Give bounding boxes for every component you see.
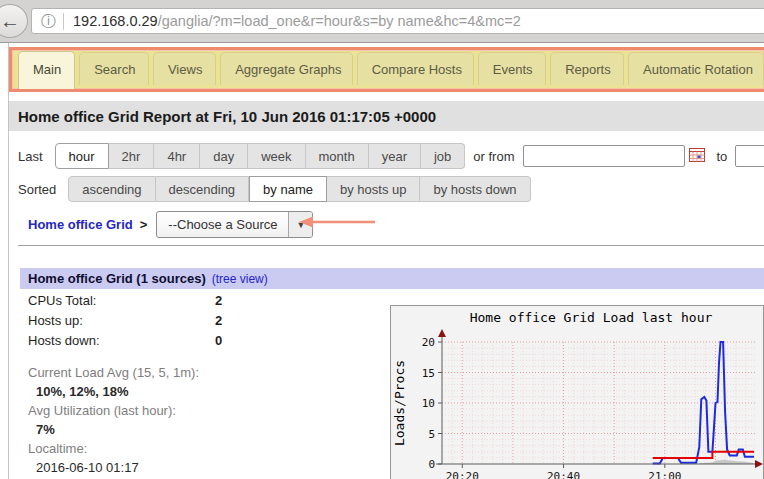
stat-row-hosts-down: Hosts down: 0	[28, 330, 368, 350]
tab-main[interactable]: Main	[18, 51, 75, 89]
stat-label: CPUs Total:	[28, 293, 215, 308]
main-tab-bar: Main Search Views Aggregate Graphs Compa…	[12, 50, 764, 89]
svg-text:15: 15	[422, 367, 435, 380]
grid-breadcrumb-link[interactable]: Home office Grid	[28, 217, 133, 232]
metric-value-avg-utilization: 7%	[28, 420, 368, 439]
pointer-arrow-annotation	[297, 214, 377, 230]
section-divider	[18, 245, 764, 246]
breadcrumb-separator: >	[140, 217, 148, 232]
tab-reports[interactable]: Reports	[550, 52, 624, 85]
metric-label-load-avg: Current Load Avg (15, 5, 1m):	[28, 363, 368, 382]
range-button-job[interactable]: job	[421, 143, 465, 169]
url-host: 192.168.0.29	[73, 13, 158, 29]
or-from-label: or from	[473, 149, 514, 164]
browser-chrome: ← ⓘ 192.168.0.29/ganglia/?m=load_one&r=h…	[0, 0, 764, 43]
stat-value: 2	[215, 293, 222, 308]
svg-text:Loads/Procs: Loads/Procs	[392, 360, 407, 446]
sort-button-group: ascending descending by name by hosts up…	[68, 176, 530, 202]
grid-heading: Home office Grid (1 sources)	[28, 271, 206, 286]
svg-text:20:20: 20:20	[446, 470, 479, 479]
page-title: Home office Grid Report at Fri, 10 Jun 2…	[18, 108, 436, 125]
time-range-button-group: hour 2hr 4hr day week month year job	[55, 143, 466, 169]
tab-search[interactable]: Search	[79, 52, 149, 85]
calendar-icon[interactable]	[689, 147, 705, 166]
grid-metrics: Current Load Avg (15, 5, 1m): 10%, 12%, …	[28, 363, 368, 477]
range-button-2hr[interactable]: 2hr	[109, 143, 155, 169]
stat-label: Hosts up:	[28, 313, 215, 328]
grid-stats-panel: CPUs Total: 2 Hosts up: 2 Hosts down: 0 …	[28, 290, 368, 477]
back-arrow-icon: ←	[0, 10, 20, 33]
grid-load-chart: 0510152020:2020:4021:00Home office Grid …	[391, 306, 763, 479]
url-separator	[63, 13, 64, 30]
svg-text:Home office Grid Load last hou: Home office Grid Load last hour	[470, 310, 713, 325]
range-button-day[interactable]: day	[200, 143, 248, 169]
svg-text:10: 10	[422, 397, 435, 410]
tree-view-link[interactable]: (tree view)	[212, 272, 268, 286]
url-path: /ganglia/?m=load_one&r=hour&s=by name&hc…	[158, 13, 521, 29]
last-label: Last	[18, 149, 43, 164]
range-button-hour[interactable]: hour	[55, 143, 109, 169]
svg-text:20: 20	[422, 336, 435, 349]
range-button-year[interactable]: year	[369, 143, 421, 169]
sort-button-ascending[interactable]: ascending	[68, 176, 155, 202]
tab-automatic-rotation[interactable]: Automatic Rotation	[628, 52, 764, 85]
stat-value: 2	[215, 313, 222, 328]
sort-button-by-hosts-down[interactable]: by hosts down	[420, 176, 530, 202]
back-button[interactable]: ←	[0, 4, 28, 38]
svg-text:21:00: 21:00	[648, 470, 681, 479]
metric-label-avg-utilization: Avg Utilization (last hour):	[28, 401, 368, 420]
to-date-input[interactable]	[735, 145, 764, 167]
source-select-dropdown[interactable]: --Choose a Source ▼	[156, 211, 313, 238]
range-button-4hr[interactable]: 4hr	[154, 143, 200, 169]
stat-row-hosts-up: Hosts up: 2	[28, 310, 368, 330]
grid-load-chart-panel: 0510152020:2020:4021:00Home office Grid …	[390, 305, 764, 479]
source-nav-row: Home office Grid > --Choose a Source ▼	[28, 211, 313, 238]
sorted-label: Sorted	[18, 182, 56, 197]
page-info-icon[interactable]: ⓘ	[41, 12, 56, 31]
sort-row: Sorted ascending descending by name by h…	[18, 176, 531, 202]
stat-value: 0	[215, 333, 222, 348]
time-range-row: Last hour 2hr 4hr day week month year jo…	[18, 143, 764, 169]
svg-text:5: 5	[428, 428, 435, 441]
sort-button-descending[interactable]: descending	[156, 176, 250, 202]
report-title-bar: Home office Grid Report at Fri, 10 Jun 2…	[9, 101, 764, 131]
from-date-input[interactable]	[523, 145, 685, 167]
metric-value-load-avg: 10%, 12%, 18%	[28, 382, 368, 401]
tab-views[interactable]: Views	[153, 52, 216, 85]
to-label: to	[717, 149, 728, 164]
source-select-value: --Choose a Source	[157, 217, 288, 232]
sort-button-by-name[interactable]: by name	[249, 176, 327, 202]
svg-text:20:40: 20:40	[547, 470, 580, 479]
grid-summary-header: Home office Grid (1 sources) (tree view)	[20, 268, 764, 289]
stat-label: Hosts down:	[28, 333, 215, 348]
stat-row-cpus-total: CPUs Total: 2	[28, 290, 368, 310]
tab-compare-hosts[interactable]: Compare Hosts	[357, 52, 474, 85]
range-button-month[interactable]: month	[306, 143, 369, 169]
url-bar[interactable]: ⓘ 192.168.0.29/ganglia/?m=load_one&r=hou…	[31, 8, 764, 34]
metric-label-localtime: Localtime:	[28, 439, 368, 458]
metric-value-localtime: 2016-06-10 01:17	[28, 458, 368, 477]
tabs-highlight-annotation: Main Search Views Aggregate Graphs Compa…	[9, 47, 764, 92]
range-button-week[interactable]: week	[248, 143, 305, 169]
svg-text:0: 0	[428, 458, 435, 471]
tab-aggregate-graphs[interactable]: Aggregate Graphs	[220, 52, 352, 85]
sort-button-by-hosts-up[interactable]: by hosts up	[327, 176, 421, 202]
tab-events[interactable]: Events	[478, 52, 546, 85]
